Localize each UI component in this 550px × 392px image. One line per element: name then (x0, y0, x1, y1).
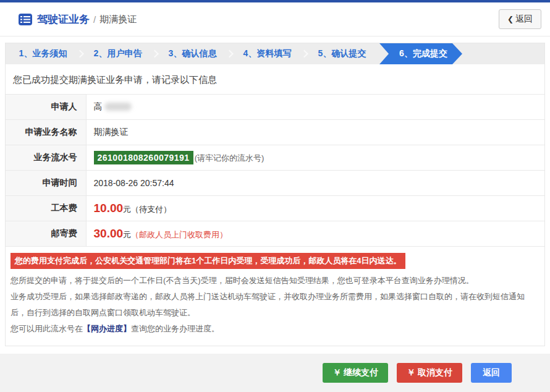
table-row-serial-number: 业务流水号 261001808260079191(请牢记你的流水号) (6, 145, 544, 171)
step-wizard: 1、业务须知 2、用户申告 3、确认信息 4、资料填写 5、确认提交 6、完成提… (6, 43, 544, 64)
row-label: 工本费 (6, 196, 86, 221)
row-label: 业务流水号 (6, 145, 86, 171)
step-label: 3、确认信息 (169, 48, 217, 59)
progress-note-suffix: 查询您的业务办理进度。 (131, 324, 219, 333)
breadcrumb-current: 期满换证 (99, 14, 137, 25)
row-value: 高 (86, 95, 544, 120)
fee-amount: 10.00 (94, 202, 124, 215)
step-label: 1、业务须知 (19, 48, 67, 59)
instructions-block: 您所提交的申请，将于提交后的一个工作日(不含当天)受理，届时会发送短信告知受理结… (6, 269, 544, 346)
table-row-applicant: 申请人 高 (6, 95, 544, 120)
row-label: 申请人 (6, 95, 86, 120)
instruction-paragraph-1: 您所提交的申请，将于提交后的一个工作日(不含当天)受理，届时会发送短信告知受理结… (11, 273, 539, 289)
serial-note: (请牢记你的流水号) (195, 153, 264, 163)
table-row-production-fee: 工本费 10.00元（待支付） (6, 196, 544, 221)
progress-menu-reference: 【网办进度】 (83, 324, 131, 333)
breadcrumb-separator: / (93, 14, 96, 25)
page-header: 驾驶证业务 / 期满换证 ❮返回 (0, 2, 550, 36)
step-1-business-notice: 1、业务须知 (6, 43, 80, 64)
row-label: 申请业务名称 (6, 120, 86, 145)
page-title: 驾驶证业务 (37, 12, 90, 27)
step-label: 5、确认提交 (318, 48, 366, 59)
row-label: 邮寄费 (6, 221, 86, 247)
row-value: 30.00元（邮政人员上门收取费用） (86, 221, 544, 247)
step-3-confirm-info: 3、确认信息 (155, 43, 230, 64)
application-info-table: 申请人 高 申请业务名称 期满换证 业务流水号 2610018082600791… (6, 94, 544, 247)
content-panel: 1、业务须知 2、用户申告 3、确认信息 4、资料填写 5、确认提交 6、完成提… (5, 43, 545, 346)
postage-amount: 30.00 (94, 227, 124, 240)
step-5-confirm-submit: 5、确认提交 (305, 43, 379, 64)
continue-payment-button[interactable]: ￥ 继续支付 (323, 363, 388, 383)
instruction-paragraph-2: 业务成功受理后，如果选择邮政寄递的，邮政人员将上门送达机动车驾驶证，并收取办理业… (11, 289, 539, 321)
cancel-payment-button[interactable]: ￥ 取消支付 (397, 363, 462, 383)
payment-alert-banner: 您的费用支付完成后，公安机关交通管理部门将在1个工作日内受理，受理成功后，邮政人… (11, 253, 405, 269)
step-label: 2、用户申告 (94, 48, 142, 59)
header-back-label: 返回 (515, 14, 533, 23)
progress-note-prefix: 您可以用此流水号在 (11, 324, 83, 333)
chevron-left-icon: ❮ (507, 15, 514, 23)
step-2-user-declaration: 2、用户申告 (80, 43, 155, 64)
footer-action-bar: ￥ 继续支付 ￥ 取消支付 返回 (0, 354, 550, 392)
progress-note: 您可以用此流水号在【网办进度】查询您的业务办理进度。 (11, 321, 539, 337)
fee-unit: 元 (123, 205, 131, 214)
row-label: 申请时间 (6, 171, 86, 196)
fee-status-note: （待支付） (131, 205, 171, 214)
applicant-name: 高 (94, 101, 103, 111)
row-value: 期满换证 (86, 120, 544, 145)
table-row-postage-fee: 邮寄费 30.00元（邮政人员上门收取费用） (6, 221, 544, 247)
form-list-icon (19, 14, 32, 25)
row-value: 10.00元（待支付） (86, 196, 544, 221)
serial-number-badge: 261001808260079191 (94, 151, 193, 164)
header-back-button[interactable]: ❮返回 (499, 9, 541, 29)
table-row-apply-time: 申请时间 2018-08-26 20:57:44 (6, 171, 544, 196)
row-value: 2018-08-26 20:57:44 (86, 171, 544, 196)
postage-unit: 元 (123, 230, 131, 239)
step-4-fill-materials: 4、资料填写 (230, 43, 305, 64)
step-label: 6、完成提交 (399, 48, 447, 59)
step-label: 4、资料填写 (243, 48, 292, 59)
return-button[interactable]: 返回 (471, 363, 512, 383)
table-row-business-name: 申请业务名称 期满换证 (6, 120, 544, 145)
step-6-complete-submit-active: 6、完成提交 (379, 43, 462, 64)
redacted-blur (104, 103, 132, 111)
success-message: 您已成功提交期满换证业务申请，请记录以下信息 (6, 64, 544, 94)
postage-note: （邮政人员上门收取费用） (131, 230, 227, 239)
row-value: 261001808260079191(请牢记你的流水号) (86, 145, 544, 171)
